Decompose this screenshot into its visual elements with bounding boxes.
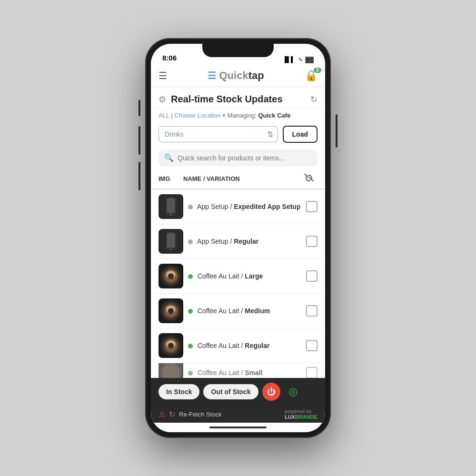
volume-down-button [139, 162, 140, 190]
status-dot [188, 239, 193, 244]
app-logo: ☰ Quicktap [208, 69, 264, 82]
phone-screen: 8:06 ▐▌▌ ∿ ▓▓ ☰ ☰ Quicktap 🔒 0 [151, 44, 325, 432]
product-name: Coffee Au Lait / Regular [188, 342, 301, 349]
warning-icon: ⚠ [159, 410, 165, 419]
svg-rect-5 [167, 233, 175, 248]
products-list: App Setup / Expedited App Setup [151, 189, 325, 378]
home-indicator [151, 423, 325, 432]
main-content: ⚙ Real-time Stock Updates ↻ ALL | Choose… [151, 87, 325, 432]
managing-label: Managing: [228, 112, 257, 119]
status-dot [188, 205, 193, 209]
target-button[interactable]: ◎ [284, 383, 302, 401]
product-checkbox[interactable] [306, 236, 317, 247]
col-img-header: IMG [159, 175, 183, 182]
menu-icon[interactable]: ☰ [159, 70, 167, 81]
product-image [159, 264, 183, 288]
logo-tap: tap [248, 69, 264, 81]
phone-shell: 8:06 ▐▌▌ ∿ ▓▓ ☰ ☰ Quicktap 🔒 0 [145, 38, 331, 438]
search-icon: 🔍 [164, 153, 174, 162]
choose-location-link[interactable]: Choose Location ▾ [174, 112, 228, 119]
refresh-icon[interactable]: ↻ [310, 94, 317, 105]
power-button-action[interactable]: ⏻ [262, 383, 280, 401]
lux-label: LUX [285, 414, 295, 420]
product-name: App Setup / Expedited App Setup [188, 203, 301, 210]
category-select-wrapper: Drinks Food Services ⇅ [159, 126, 278, 142]
svg-rect-7 [169, 233, 172, 234]
col-vis-header [300, 173, 317, 185]
chevron-down-icon: ▾ [222, 112, 226, 119]
refetch-text[interactable]: Re-Fetch Stock [179, 411, 222, 418]
product-image [159, 363, 183, 378]
cart-badge: 0 [314, 68, 321, 73]
category-select[interactable]: Drinks Food Services [159, 126, 278, 142]
product-image [159, 229, 183, 254]
product-info: Coffee Au Lait / Medium [183, 307, 306, 315]
table-row: App Setup / Expedited App Setup [151, 189, 325, 224]
volume-up-button [139, 126, 140, 155]
status-dot [188, 309, 193, 314]
product-checkbox[interactable] [306, 270, 317, 282]
svg-point-22 [168, 343, 174, 348]
svg-rect-1 [167, 198, 175, 213]
refetch-bar: ⚠ ↻ Re-Fetch Stock powered by LUXBRANDE [151, 406, 325, 423]
power-button [336, 114, 337, 148]
table-row: Coffee Au Lait / Regular [151, 328, 325, 363]
status-time: 8:06 [162, 54, 177, 63]
wifi-icon: ∿ [298, 56, 303, 63]
product-checkbox[interactable] [306, 305, 317, 317]
power-icon: ⏻ [267, 387, 276, 397]
product-name: Coffee Au Lait / Medium [188, 307, 301, 315]
product-image [159, 333, 183, 358]
svg-point-6 [170, 248, 172, 250]
product-info: Coffee Au Lait / Small [183, 369, 306, 377]
dropdown-row: Drinks Food Services ⇅ Load [151, 122, 325, 147]
product-image [159, 194, 183, 219]
product-info: App Setup / Regular [183, 238, 306, 245]
product-checkbox[interactable] [306, 340, 317, 351]
status-icons: ▐▌▌ ∿ ▓▓ [283, 56, 314, 63]
location-bar: ALL | Choose Location ▾ Managing: Quick … [151, 109, 325, 122]
table-row: App Setup / Regular [151, 224, 325, 259]
brande-label: BRANDE [295, 414, 317, 420]
powered-by: powered by LUXBRANDE [285, 408, 317, 420]
signal-icon: ▐▌▌ [283, 56, 295, 63]
product-image [159, 298, 183, 323]
search-input[interactable] [178, 154, 312, 162]
table-row: Coffee Au Lait / Large [151, 259, 325, 294]
product-info: App Setup / Expedited App Setup [183, 203, 306, 210]
cart-button[interactable]: 🔒 0 [305, 69, 317, 82]
notch [202, 44, 274, 57]
product-info: Coffee Au Lait / Regular [183, 342, 306, 349]
target-icon: ◎ [288, 386, 298, 398]
product-name: App Setup / Regular [188, 238, 301, 245]
app-header: ☰ ☰ Quicktap 🔒 0 [151, 65, 325, 87]
status-dot [188, 274, 193, 279]
filter-icon[interactable]: ⚙ [159, 94, 166, 105]
svg-point-17 [168, 308, 174, 314]
col-name-header: NAME / VARIATION [183, 175, 300, 182]
product-checkbox[interactable] [306, 201, 317, 212]
search-bar: 🔍 [159, 149, 317, 166]
home-bar [209, 426, 267, 428]
bottom-action-bar: In Stock Out of Stock ⏻ ◎ [151, 378, 325, 406]
cafe-name: Quick Cafe [258, 112, 290, 119]
powered-by-label: powered by [285, 408, 312, 414]
mute-button [139, 100, 140, 116]
product-checkbox[interactable] [306, 367, 317, 378]
svg-point-2 [170, 214, 172, 216]
refetch-icon: ↻ [169, 410, 175, 419]
page-title: Real-time Stock Updates [171, 94, 283, 105]
product-name: Coffee Au Lait / Small [188, 369, 301, 377]
in-stock-button[interactable]: In Stock [159, 384, 199, 399]
page-header: ⚙ Real-time Stock Updates ↻ [151, 87, 325, 109]
status-dot [188, 344, 193, 348]
svg-point-12 [168, 273, 174, 279]
load-button[interactable]: Load [283, 126, 317, 143]
status-dot [188, 371, 193, 376]
out-of-stock-button[interactable]: Out of Stock [203, 384, 258, 399]
product-name: Coffee Au Lait / Large [188, 272, 301, 280]
product-info: Coffee Au Lait / Large [183, 272, 306, 280]
table-row: Coffee Au Lait / Medium [151, 294, 325, 328]
visibility-icon[interactable] [303, 173, 315, 185]
all-link[interactable]: ALL [159, 112, 169, 119]
